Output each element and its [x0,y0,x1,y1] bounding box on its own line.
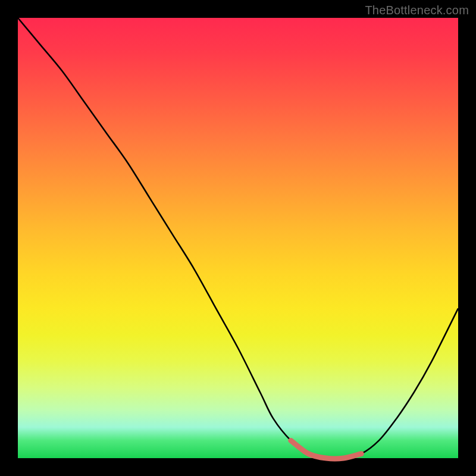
bottleneck-curve-path [18,18,458,459]
chart-plot-area [18,18,458,458]
bottleneck-highlight-segment [291,440,361,459]
bottleneck-curve-svg [18,18,458,458]
watermark-text: TheBottleneck.com [365,4,469,17]
